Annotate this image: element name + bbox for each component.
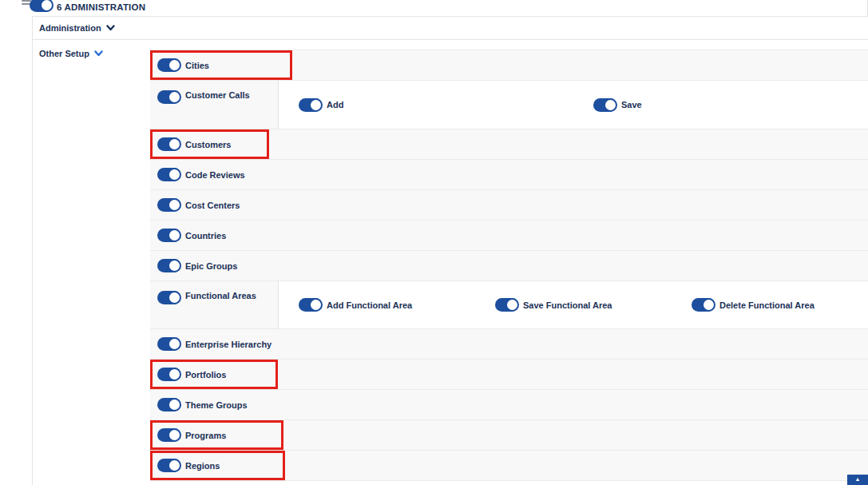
row-regions: Regions bbox=[150, 451, 868, 481]
row-enterprise-hierarchy: Enterprise Hierarchy bbox=[150, 329, 868, 360]
toggle-cities[interactable] bbox=[157, 58, 180, 72]
toggle-programs[interactable] bbox=[157, 428, 180, 442]
row-label: Cost Centers bbox=[185, 201, 240, 210]
row-programs: Programs bbox=[150, 420, 868, 451]
sub-label: Add bbox=[327, 100, 343, 109]
administration-panel: Administration Other Setup Cities bbox=[32, 16, 868, 485]
section-header-administration[interactable]: Administration bbox=[33, 17, 868, 40]
toggle-countries[interactable] bbox=[157, 229, 180, 242]
highlight-box: Programs bbox=[150, 420, 283, 450]
highlight-box: Regions bbox=[150, 451, 285, 480]
toggle-customer-calls-save[interactable] bbox=[593, 98, 616, 112]
sub-label: Save Functional Area bbox=[523, 300, 612, 310]
sub-label: Delete Functional Area bbox=[719, 300, 814, 310]
top-header: 6 ADMINISTRATION bbox=[0, 0, 868, 16]
toggle-epic-groups[interactable] bbox=[157, 259, 180, 272]
toggle-cost-centers[interactable] bbox=[157, 198, 180, 212]
toggle-save-functional-area[interactable] bbox=[495, 298, 518, 312]
chevron-down-icon bbox=[94, 50, 103, 57]
permission-rows: Cities Customer Calls Add Save bbox=[150, 50, 868, 481]
highlight-box: Cities bbox=[150, 50, 292, 80]
toggle-portfolios[interactable] bbox=[157, 368, 180, 381]
row-theme-groups: Theme Groups bbox=[150, 390, 868, 420]
row-cities: Cities bbox=[150, 50, 868, 81]
row-label: Functional Areas bbox=[185, 291, 256, 300]
toggle-code-reviews[interactable] bbox=[157, 168, 180, 181]
row-label: Epic Groups bbox=[185, 261, 237, 271]
sidebar-title-label: Other Setup bbox=[39, 49, 89, 58]
row-label: Customer Calls bbox=[185, 90, 250, 100]
row-functional-areas: Functional Areas Add Functional Area Sav… bbox=[150, 281, 868, 329]
highlight-box: Customers bbox=[150, 129, 269, 159]
sidebar-other-setup: Other Setup bbox=[33, 40, 150, 58]
toggle-administration-master[interactable] bbox=[30, 0, 53, 12]
row-countries: Countries bbox=[150, 221, 868, 251]
row-label: Enterprise Hierarchy bbox=[185, 340, 271, 349]
chevron-down-icon bbox=[106, 25, 115, 31]
section-title: Administration bbox=[39, 23, 101, 33]
scroll-up-icon[interactable]: ▲ bbox=[847, 475, 868, 485]
page-title: 6 ADMINISTRATION bbox=[57, 0, 145, 12]
toggle-functional-areas[interactable] bbox=[157, 291, 180, 304]
highlight-box: Portfolios bbox=[150, 360, 278, 389]
toggle-regions[interactable] bbox=[157, 459, 180, 472]
row-portfolios: Portfolios bbox=[150, 360, 868, 390]
sub-label: Save bbox=[621, 100, 642, 109]
toggle-delete-functional-area[interactable] bbox=[692, 298, 715, 312]
row-label: Portfolios bbox=[185, 370, 226, 380]
row-label: Programs bbox=[185, 431, 226, 440]
row-code-reviews: Code Reviews bbox=[150, 160, 868, 190]
row-label: Regions bbox=[185, 461, 220, 471]
customer-calls-subpanel: Add Save bbox=[278, 81, 868, 129]
row-label: Theme Groups bbox=[185, 400, 248, 410]
row-label: Cities bbox=[185, 61, 209, 70]
toggle-customer-calls-add[interactable] bbox=[299, 98, 322, 112]
row-cost-centers: Cost Centers bbox=[150, 190, 868, 221]
toggle-enterprise-hierarchy[interactable] bbox=[157, 337, 180, 351]
row-label: Code Reviews bbox=[185, 170, 245, 180]
sub-label: Add Functional Area bbox=[327, 300, 412, 310]
toggle-customer-calls[interactable] bbox=[157, 90, 180, 104]
sidebar-header-other-setup[interactable]: Other Setup bbox=[39, 49, 150, 58]
row-label: Countries bbox=[185, 231, 226, 241]
row-epic-groups: Epic Groups bbox=[150, 251, 868, 281]
row-customers: Customers bbox=[150, 129, 868, 160]
toggle-add-functional-area[interactable] bbox=[299, 298, 322, 312]
toggle-theme-groups[interactable] bbox=[157, 398, 180, 411]
toggle-customers[interactable] bbox=[157, 137, 180, 151]
functional-areas-subpanel: Add Functional Area Save Functional Area… bbox=[278, 281, 868, 328]
row-customer-calls: Customer Calls Add Save bbox=[150, 81, 868, 129]
row-label: Customers bbox=[185, 140, 231, 149]
